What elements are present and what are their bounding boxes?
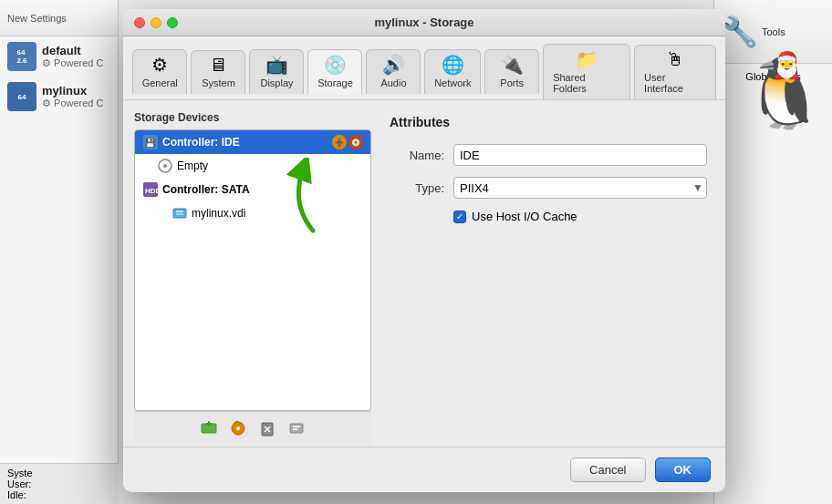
empty-disc-icon [157, 158, 173, 174]
penguin-hat: 🎅 [771, 50, 803, 80]
general-icon: ⚙ [151, 54, 168, 76]
tree-item-controller-sata[interactable]: HDD Controller: SATA [135, 178, 370, 201]
vm-name-default: default [42, 44, 110, 57]
add-attachment-button[interactable] [225, 417, 251, 439]
tab-network[interactable]: 🌐 Network [424, 49, 481, 94]
storage-dialog: mylinux - Storage ⚙ General 🖥 System 📺 D… [123, 9, 725, 492]
storage-toolbar [134, 411, 371, 445]
type-row: Type: PIIX3 PIIX4 ICH6 ▼ [390, 177, 707, 199]
controller-sata-label: Controller: SATA [162, 183, 250, 196]
controller-ide-label: Controller: IDE [162, 136, 240, 149]
status-user: User: [7, 478, 111, 489]
use-host-io-cache-row: ✓ Use Host I/O Cache [453, 210, 707, 223]
empty-label: Empty [177, 159, 208, 172]
storage-panel-title: Storage Devices [134, 111, 371, 124]
dialog-title: mylinux - Storage [374, 15, 473, 29]
remove-button[interactable] [255, 417, 280, 439]
type-select[interactable]: PIIX3 PIIX4 ICH6 [453, 177, 707, 199]
add-disk-icon: ➕ [332, 135, 347, 149]
tab-ports-label: Ports [500, 77, 524, 88]
use-host-io-cache-label: Use Host I/O Cache [472, 210, 577, 223]
tab-system[interactable]: 🖥 System [191, 50, 245, 94]
svg-point-14 [236, 427, 240, 430]
ide-toolbar-icons: ➕ 💿 [332, 135, 363, 149]
dialog-footer: Cancel OK [123, 447, 725, 492]
dialog-content: Storage Devices 💾 Controller: IDE ➕ 💿 [123, 100, 725, 456]
tab-storage[interactable]: 💿 Storage [307, 49, 362, 95]
status-bar: Syste User: Idle: [0, 463, 119, 504]
ok-button[interactable]: OK [655, 458, 712, 482]
add-controller-button[interactable] [196, 417, 222, 439]
tab-ports[interactable]: 🔌 Ports [484, 49, 539, 94]
tab-shared-folders[interactable]: 📁 Shared Folders [543, 44, 630, 99]
vm-name-mylinux: mylinux [42, 84, 110, 98]
add-optical-icon: 💿 [348, 135, 363, 149]
new-settings-label: New Settings [7, 13, 67, 24]
name-row: Name: [390, 144, 707, 166]
display-icon: 📺 [265, 54, 288, 76]
storage-icon: 💿 [324, 54, 347, 76]
tools-icon: 🔧 [722, 15, 758, 49]
vm-status-default: ⚙ Powered C [42, 57, 110, 69]
attributes-title: Attributes [390, 115, 707, 129]
tab-audio[interactable]: 🔊 Audio [366, 49, 421, 94]
sidebar-item-mylinux[interactable]: 64 mylinux ⚙ Powered C [0, 77, 118, 117]
cancel-button[interactable]: Cancel [570, 458, 645, 482]
right-tools-panel: 🔧 Tools Global Tools 🐧 🎅 [713, 0, 832, 504]
sidebar: New Settings 642.6 default ⚙ Powered C 6… [0, 0, 119, 504]
close-button[interactable] [134, 17, 145, 28]
vdi-label: mylinux.vdi [192, 207, 245, 220]
tab-system-label: System [202, 77, 235, 88]
tab-audio-label: Audio [380, 77, 406, 88]
tools-label: Tools [762, 26, 785, 37]
name-input[interactable] [453, 144, 707, 166]
vm-icon-default: 642.6 [7, 42, 36, 71]
system-icon: 🖥 [209, 55, 227, 76]
tab-general-label: General [142, 77, 178, 88]
svg-rect-7 [176, 211, 183, 212]
tabs-bar: ⚙ General 🖥 System 📺 Display 💿 Storage 🔊… [123, 36, 725, 100]
svg-point-3 [163, 164, 167, 168]
sata-controller-icon: HDD [142, 181, 159, 198]
sidebar-item-default[interactable]: 642.6 default ⚙ Powered C [0, 36, 118, 77]
maximize-button[interactable] [167, 17, 178, 28]
sidebar-toolbar: New Settings [0, 0, 118, 36]
tab-general[interactable]: ⚙ General [132, 49, 187, 94]
storage-tree: 💾 Controller: IDE ➕ 💿 [134, 129, 371, 411]
minimize-button[interactable] [151, 17, 161, 28]
svg-text:HDD: HDD [145, 187, 158, 195]
tab-user-interface-label: User Interface [644, 72, 706, 94]
name-label: Name: [390, 149, 444, 162]
attributes-panel: Attributes Name: Type: PIIX3 PIIX4 ICH6 … [382, 111, 714, 445]
audio-icon: 🔊 [382, 54, 405, 76]
vm-status-mylinux: ⚙ Powered C [42, 98, 110, 109]
tab-user-interface[interactable]: 🖱 User Interface [634, 45, 716, 99]
storage-panel: Storage Devices 💾 Controller: IDE ➕ 💿 [134, 111, 371, 445]
tree-item-mylinux-vdi[interactable]: mylinux.vdi [135, 201, 370, 225]
type-label: Type: [390, 181, 444, 195]
ports-icon: 🔌 [501, 54, 524, 76]
tab-shared-folders-label: Shared Folders [553, 72, 620, 94]
tree-item-empty[interactable]: Empty [135, 154, 370, 178]
ide-controller-icon: 💾 [142, 134, 159, 150]
tab-display-label: Display [260, 77, 293, 88]
vm-icon-mylinux: 64 [7, 82, 36, 111]
svg-rect-8 [176, 213, 183, 215]
tab-display[interactable]: 📺 Display [249, 49, 304, 94]
status-idle: Idle: [7, 489, 111, 500]
type-select-wrapper: PIIX3 PIIX4 ICH6 ▼ [453, 177, 707, 199]
user-interface-icon: 🖱 [666, 49, 684, 70]
shared-folders-icon: 📁 [576, 48, 598, 70]
tab-storage-label: Storage [317, 77, 353, 88]
vdi-icon [172, 205, 188, 221]
properties-button[interactable] [284, 417, 309, 439]
svg-rect-19 [290, 424, 303, 433]
svg-text:💾: 💾 [145, 138, 156, 149]
title-bar: mylinux - Storage [123, 9, 725, 36]
network-icon: 🌐 [442, 54, 464, 76]
tab-network-label: Network [434, 77, 471, 88]
title-bar-buttons [134, 17, 178, 28]
status-system: Syste [7, 468, 111, 478]
tree-item-controller-ide[interactable]: 💾 Controller: IDE ➕ 💿 [135, 130, 370, 154]
use-host-io-cache-checkbox[interactable]: ✓ [453, 211, 466, 223]
